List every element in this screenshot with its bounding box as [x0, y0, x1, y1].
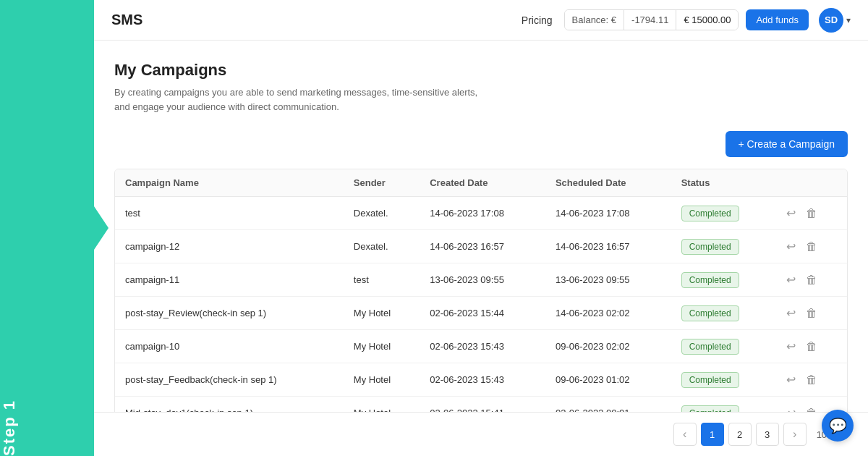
status-badge: Completed [681, 405, 739, 413]
cell-scheduled-date: 14-06-2023 16:57 [545, 230, 671, 263]
cell-scheduled-date: 14-06-2023 02:02 [545, 297, 671, 330]
cell-scheduled-date: 13-06-2023 09:55 [545, 263, 671, 297]
col-actions [775, 169, 847, 197]
replay-button[interactable]: ↩ [785, 205, 797, 221]
cell-status: Completed [671, 397, 775, 413]
content-area: My Campaigns By creating campaigns you a… [94, 41, 868, 412]
delete-button[interactable]: 🗑 [804, 405, 819, 413]
pagination: ‹ 1 2 3 › 10 / p... [94, 412, 868, 456]
balance-box: Balance: € -1794.11 € 15000.00 [564, 9, 739, 30]
cell-sender: My Hotel [344, 363, 420, 397]
cell-sender: My Hotel [344, 330, 420, 363]
avatar[interactable]: SD [819, 8, 843, 33]
cell-created-date: 13-06-2023 09:55 [420, 263, 545, 297]
table-header: Campaign Name Sender Created Date Schedu… [115, 169, 847, 197]
balance-label: Balance: € [565, 10, 624, 30]
delete-button[interactable]: 🗑 [804, 206, 819, 221]
col-scheduled-date: Scheduled Date [545, 169, 671, 197]
cell-actions: ↩ 🗑 [775, 363, 847, 397]
col-campaign-name: Campaign Name [115, 169, 344, 197]
cell-actions: ↩ 🗑 [775, 230, 847, 263]
cell-campaign-name: post-stay_Feedback(check-in sep 1) [115, 363, 344, 397]
cell-status: Completed [671, 197, 775, 230]
chevron-down-icon[interactable]: ▾ [846, 15, 851, 25]
delete-button[interactable]: 🗑 [804, 372, 819, 388]
cell-campaign-name: campaign-10 [115, 330, 344, 363]
status-badge: Completed [681, 272, 739, 288]
cell-sender: Dexatel. [344, 230, 420, 263]
cell-campaign-name: Mid-stay_day1(check-in sep 1) [115, 397, 344, 413]
create-campaign-button[interactable]: + Create a Campaign [726, 131, 848, 157]
cell-scheduled-date: 14-06-2023 17:08 [545, 197, 671, 230]
next-page-button[interactable]: › [783, 423, 807, 446]
page-title: My Campaigns [114, 61, 848, 80]
cell-status: Completed [671, 230, 775, 263]
page-description: By creating campaigns you are able to se… [114, 85, 490, 114]
cell-created-date: 14-06-2023 16:57 [420, 230, 545, 263]
cell-campaign-name: test [115, 197, 344, 230]
delete-button[interactable]: 🗑 [804, 272, 819, 288]
replay-button[interactable]: ↩ [785, 271, 797, 288]
cell-status: Completed [671, 263, 775, 297]
status-badge: Completed [681, 339, 739, 355]
table-row: post-stay_Feedback(check-in sep 1) My Ho… [115, 363, 847, 397]
replay-button[interactable]: ↩ [785, 371, 797, 388]
cell-created-date: 02-06-2023 15:44 [420, 297, 545, 330]
cell-campaign-name: campaign-11 [115, 263, 344, 297]
table-row: post-stay_Review(check-in sep 1) My Hote… [115, 297, 847, 330]
table-body: test Dexatel. 14-06-2023 17:08 14-06-202… [115, 197, 847, 413]
replay-button[interactable]: ↩ [785, 338, 797, 355]
cell-created-date: 02-06-2023 15:43 [420, 363, 545, 397]
sidebar-arrow [94, 206, 109, 250]
replay-button[interactable]: ↩ [785, 405, 797, 412]
cell-scheduled-date: 09-06-2023 01:02 [545, 363, 671, 397]
sidebar: Step 1 [0, 0, 94, 456]
table-row: test Dexatel. 14-06-2023 17:08 14-06-202… [115, 197, 847, 230]
replay-button[interactable]: ↩ [785, 305, 797, 321]
app-title: SMS [111, 12, 142, 28]
campaigns-table: Campaign Name Sender Created Date Schedu… [115, 169, 847, 412]
balance-credit: € 15000.00 [676, 10, 738, 30]
cell-status: Completed [671, 363, 775, 397]
cell-sender: My Hotel [344, 397, 420, 413]
chat-icon: 💬 [829, 417, 847, 434]
page-3-button[interactable]: 3 [756, 423, 779, 446]
status-badge: Completed [681, 305, 739, 321]
delete-button[interactable]: 🗑 [804, 239, 819, 255]
prev-page-button[interactable]: ‹ [673, 423, 697, 446]
cell-scheduled-date: 09-06-2023 02:02 [545, 330, 671, 363]
page-1-button[interactable]: 1 [701, 423, 724, 446]
table-row: campaign-12 Dexatel. 14-06-2023 16:57 14… [115, 230, 847, 263]
table-row: campaign-11 test 13-06-2023 09:55 13-06-… [115, 263, 847, 297]
cell-actions: ↩ 🗑 [775, 263, 847, 297]
delete-button[interactable]: 🗑 [804, 305, 819, 321]
cell-created-date: 14-06-2023 17:08 [420, 197, 545, 230]
table-row: Mid-stay_day1(check-in sep 1) My Hotel 0… [115, 397, 847, 413]
add-funds-button[interactable]: Add funds [746, 9, 809, 30]
cell-actions: ↩ 🗑 [775, 197, 847, 230]
pricing-link[interactable]: Pricing [522, 14, 553, 26]
balance-amount: -1794.11 [624, 10, 676, 30]
chat-bubble-button[interactable]: 💬 [822, 410, 854, 442]
col-status: Status [671, 169, 775, 197]
main-content: SMS Pricing Balance: € -1794.11 € 15000.… [94, 0, 868, 456]
cell-sender: test [344, 263, 420, 297]
cell-status: Completed [671, 297, 775, 330]
status-badge: Completed [681, 206, 739, 221]
cell-actions: ↩ 🗑 [775, 330, 847, 363]
header: SMS Pricing Balance: € -1794.11 € 15000.… [94, 0, 868, 41]
cell-sender: My Hotel [344, 297, 420, 330]
step-label: Step 1 [0, 371, 33, 456]
col-sender: Sender [344, 169, 420, 197]
cell-created-date: 02-06-2023 15:43 [420, 330, 545, 363]
cell-created-date: 02-06-2023 15:41 [420, 397, 545, 413]
cell-campaign-name: campaign-12 [115, 230, 344, 263]
cell-sender: Dexatel. [344, 197, 420, 230]
delete-button[interactable]: 🗑 [804, 339, 819, 355]
replay-button[interactable]: ↩ [785, 238, 797, 255]
cell-actions: ↩ 🗑 [775, 297, 847, 330]
status-badge: Completed [681, 239, 739, 255]
cell-scheduled-date: 03-06-2023 00:01 [545, 397, 671, 413]
campaigns-table-container: Campaign Name Sender Created Date Schedu… [114, 169, 848, 412]
page-2-button[interactable]: 2 [728, 423, 752, 446]
